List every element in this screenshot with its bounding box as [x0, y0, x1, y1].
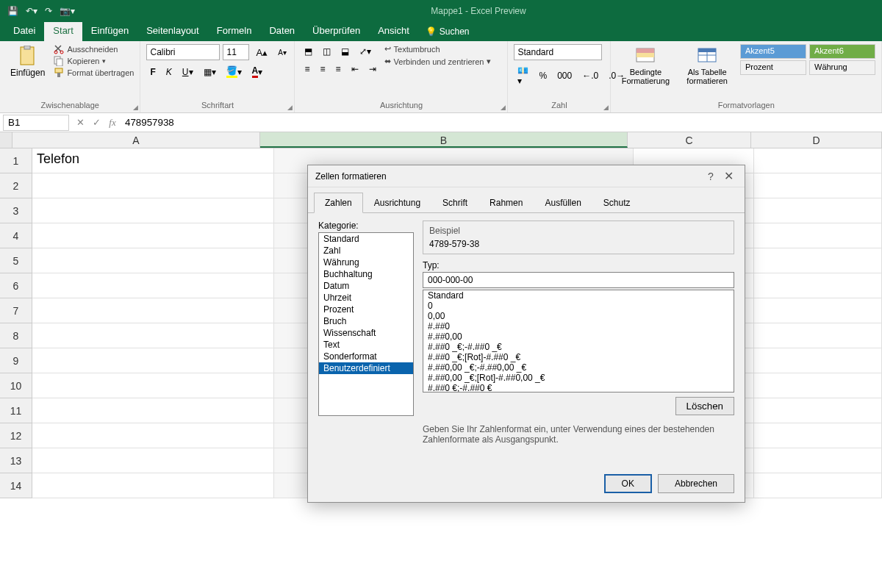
tab-daten[interactable]: Daten: [260, 22, 304, 41]
category-item[interactable]: Uhrzeit: [319, 292, 413, 304]
wrap-text-button[interactable]: ↩ Textumbruch: [384, 44, 492, 54]
type-list-item[interactable]: #.##0 _€;[Rot]-#.##0 _€: [423, 352, 734, 362]
category-item[interactable]: Wissenschaft: [319, 327, 413, 339]
cell[interactable]: [754, 298, 882, 323]
grow-font-button[interactable]: A▴: [252, 45, 271, 60]
tell-me-search[interactable]: 💡 Suchen: [418, 22, 477, 41]
category-list[interactable]: StandardZahlWährungBuchhaltungDatumUhrze…: [318, 232, 414, 416]
merge-center-button[interactable]: ⬌ Verbinden und zentrieren ▾: [384, 57, 492, 66]
percent-button[interactable]: %: [535, 68, 551, 83]
formula-input[interactable]: [121, 115, 882, 131]
select-all-corner[interactable]: [0, 132, 12, 148]
row-header[interactable]: 11: [0, 398, 32, 423]
cell[interactable]: [754, 423, 882, 448]
shrink-font-button[interactable]: A▾: [274, 46, 290, 59]
cell-style-waehrung[interactable]: Währung: [809, 60, 875, 75]
alignment-launcher[interactable]: ◢: [501, 104, 506, 111]
category-item[interactable]: Text: [319, 339, 413, 351]
font-name-combo[interactable]: [146, 44, 220, 60]
cell[interactable]: [754, 173, 882, 198]
cell[interactable]: [32, 473, 274, 498]
close-icon[interactable]: ✕: [720, 169, 737, 183]
conditional-formatting-button[interactable]: Bedingte Formatierung: [617, 44, 674, 101]
tab-formeln[interactable]: Formeln: [208, 22, 261, 41]
cell[interactable]: [32, 448, 274, 473]
fill-color-button[interactable]: 🪣▾: [223, 63, 245, 80]
cell[interactable]: [754, 373, 882, 398]
cell[interactable]: [32, 248, 274, 273]
row-header[interactable]: 3: [0, 198, 32, 223]
align-top-button[interactable]: ⬒: [301, 44, 316, 59]
dialog-tab-schrift[interactable]: Schrift: [431, 193, 478, 213]
confirm-edit-icon[interactable]: ✓: [88, 117, 104, 128]
row-header[interactable]: 14: [0, 473, 32, 498]
format-as-table-button[interactable]: Als Tabelle formatieren: [678, 44, 736, 101]
cell-style-akzent6[interactable]: Akzent6: [809, 44, 875, 59]
font-size-combo[interactable]: [223, 44, 249, 60]
italic-button[interactable]: K: [162, 65, 176, 79]
column-header-D[interactable]: D: [751, 132, 882, 148]
tab-seitenlayout[interactable]: Seitenlayout: [137, 22, 208, 41]
cell[interactable]: [754, 248, 882, 273]
dialog-tab-zahlen[interactable]: Zahlen: [314, 193, 363, 213]
row-header[interactable]: 4: [0, 223, 32, 248]
cell[interactable]: [32, 173, 274, 198]
column-header-A[interactable]: A: [12, 132, 260, 148]
font-color-button[interactable]: A▾: [248, 63, 267, 80]
align-bottom-button[interactable]: ⬓: [337, 44, 353, 59]
type-input[interactable]: [423, 272, 734, 288]
cell[interactable]: [754, 398, 882, 423]
cell[interactable]: [32, 348, 274, 373]
cancel-edit-icon[interactable]: ✕: [72, 117, 88, 128]
cell[interactable]: [754, 148, 882, 173]
help-icon[interactable]: ?: [702, 171, 720, 182]
category-item[interactable]: Zahl: [319, 245, 413, 257]
name-box[interactable]: [3, 115, 69, 131]
format-painter-button[interactable]: Format übertragen: [54, 68, 134, 78]
copy-button[interactable]: Kopieren ▾: [54, 56, 134, 66]
type-list-item[interactable]: #.##0 €;-#.##0 €: [423, 383, 734, 392]
ok-button[interactable]: OK: [604, 474, 652, 493]
cell[interactable]: [754, 323, 882, 348]
cell[interactable]: [32, 323, 274, 348]
bold-button[interactable]: F: [146, 65, 159, 79]
type-list[interactable]: Standard00,00#.##0#.##0,00#.##0 _€;-#.##…: [423, 290, 734, 392]
indent-decrease-button[interactable]: ⇤: [348, 62, 362, 76]
align-middle-button[interactable]: ◫: [319, 44, 334, 59]
row-header[interactable]: 10: [0, 373, 32, 398]
cell-style-akzent5[interactable]: Akzent5: [740, 44, 806, 59]
currency-button[interactable]: 💶▾: [514, 63, 532, 88]
row-header[interactable]: 7: [0, 298, 32, 323]
dialog-tab-schutz[interactable]: Schutz: [592, 193, 642, 213]
save-icon[interactable]: 💾: [7, 6, 18, 16]
category-item[interactable]: Buchhaltung: [319, 268, 413, 280]
redo-icon[interactable]: ↷: [45, 6, 52, 16]
type-list-item[interactable]: #.##0,00: [423, 331, 734, 342]
cell[interactable]: [754, 273, 882, 298]
number-format-combo[interactable]: [514, 44, 602, 60]
align-right-button[interactable]: ≡: [332, 62, 345, 76]
cell[interactable]: [32, 198, 274, 223]
row-header[interactable]: 2: [0, 173, 32, 198]
border-button[interactable]: ▦▾: [200, 65, 220, 79]
row-header[interactable]: 1: [0, 148, 32, 173]
type-list-item[interactable]: #.##0 _€;-#.##0 _€: [423, 342, 734, 352]
cell[interactable]: [754, 198, 882, 223]
paste-button[interactable]: Einfügen: [6, 44, 49, 101]
dialog-titlebar[interactable]: Zellen formatieren ? ✕: [308, 165, 745, 187]
category-item[interactable]: Datum: [319, 280, 413, 292]
tab-start[interactable]: Start: [44, 22, 82, 41]
dialog-tab-ausrichtung[interactable]: Ausrichtung: [363, 193, 431, 213]
dialog-tab-ausfüllen[interactable]: Ausfüllen: [534, 193, 592, 213]
cell[interactable]: [32, 398, 274, 423]
row-header[interactable]: 12: [0, 423, 32, 448]
cell[interactable]: [32, 223, 274, 248]
fx-icon[interactable]: fx: [104, 117, 121, 129]
cell[interactable]: [754, 348, 882, 373]
cut-button[interactable]: Ausschneiden: [54, 44, 134, 54]
number-launcher[interactable]: ◢: [603, 104, 609, 111]
category-item[interactable]: Benutzerdefiniert: [319, 362, 413, 374]
category-item[interactable]: Bruch: [319, 315, 413, 327]
row-header[interactable]: 6: [0, 273, 32, 298]
dialog-tab-rahmen[interactable]: Rahmen: [478, 193, 534, 213]
